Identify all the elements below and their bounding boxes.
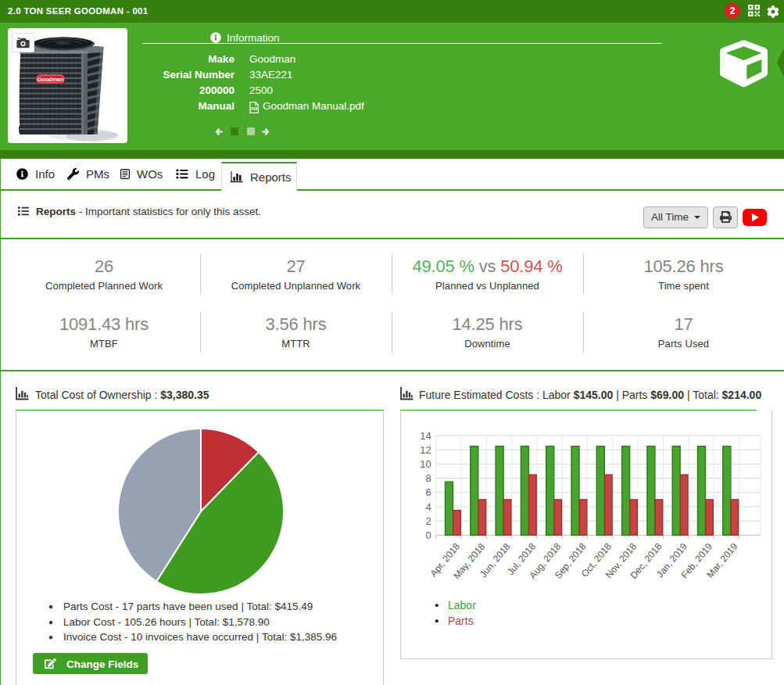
svg-text:0: 0 xyxy=(426,529,431,541)
svg-text:6: 6 xyxy=(426,486,431,498)
svg-text:14: 14 xyxy=(420,430,431,442)
svg-text:8: 8 xyxy=(426,472,431,484)
svg-text:4: 4 xyxy=(426,501,431,513)
svg-text:12: 12 xyxy=(420,444,431,456)
svg-text:10: 10 xyxy=(420,458,431,470)
svg-text:Goodman: Goodman xyxy=(38,76,64,83)
svg-text:2: 2 xyxy=(426,515,431,527)
